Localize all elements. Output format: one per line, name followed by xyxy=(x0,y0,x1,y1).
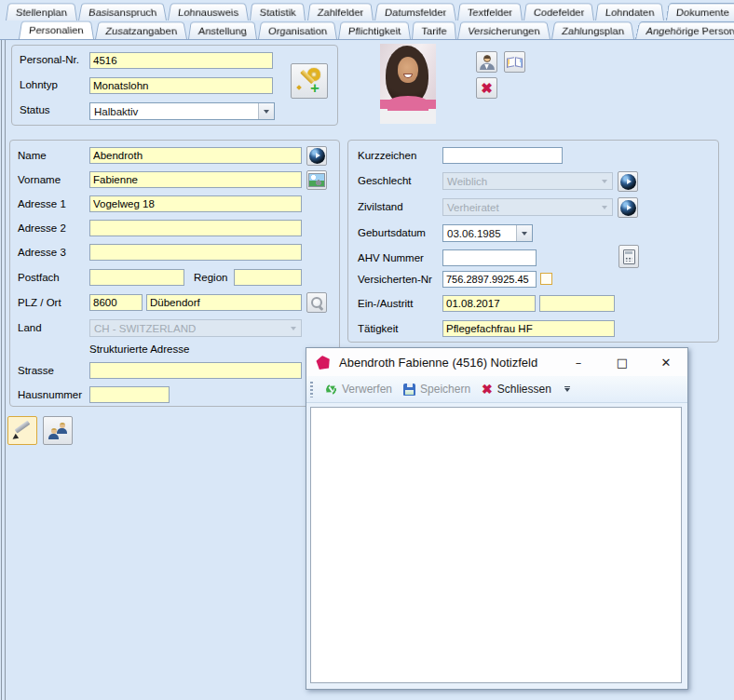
note-textarea[interactable] xyxy=(310,407,682,683)
adresse1-label: Adresse 1 xyxy=(18,198,66,209)
status-dropdown-button[interactable] xyxy=(258,103,274,119)
open-notes-button[interactable] xyxy=(504,51,525,73)
employees-button[interactable] xyxy=(43,416,73,445)
person-icon xyxy=(480,55,495,70)
photo-picker-button[interactable] xyxy=(306,170,327,190)
toolbar-grip[interactable] xyxy=(310,382,313,397)
region-field[interactable] xyxy=(234,269,302,286)
lohntyp-field[interactable] xyxy=(89,77,273,94)
taetigkeit-field[interactable] xyxy=(442,320,615,337)
chevron-down-icon xyxy=(291,327,296,330)
personalien-page: StellenplanBasisanspruchLohnausweisStati… xyxy=(0,0,734,700)
versicherten-nr-field[interactable] xyxy=(442,271,537,288)
name-lookup-button[interactable] xyxy=(306,146,327,166)
geburtsdatum-dropdown-button[interactable] xyxy=(516,225,532,241)
strasse-field[interactable] xyxy=(89,362,302,379)
picture-icon xyxy=(308,173,325,187)
land-value: CH - SWITZERLAND xyxy=(90,323,285,334)
versicherten-checkbox[interactable] xyxy=(540,273,552,285)
tab-tarife[interactable]: Tarife xyxy=(412,21,456,39)
pencil-icon xyxy=(12,421,33,441)
tab-personalien[interactable]: Personalien xyxy=(19,21,94,39)
strasse-label: Strasse xyxy=(18,365,54,376)
edit-mode-button[interactable] xyxy=(7,416,37,445)
tab-lohndaten[interactable]: Lohndaten xyxy=(595,3,664,20)
adresse2-field[interactable] xyxy=(89,220,302,236)
tab-stellenplan[interactable]: Stellenplan xyxy=(6,3,77,20)
app-gem-icon xyxy=(315,354,332,370)
schliessen-label: Schliessen xyxy=(497,383,551,396)
minimize-button[interactable]: – xyxy=(568,353,589,371)
tab-zusatzangaben[interactable]: Zusatzangaben xyxy=(95,21,187,39)
schliessen-button[interactable]: ✖ Schliessen xyxy=(482,383,551,396)
left-splitter[interactable] xyxy=(1,40,2,700)
open-book-icon xyxy=(507,56,523,69)
tab-lohnausweis[interactable]: Lohnausweis xyxy=(168,3,249,20)
tab-textfelder[interactable]: Textfelder xyxy=(457,3,523,20)
plz-search-button[interactable] xyxy=(306,292,327,313)
chevron-down-icon xyxy=(522,232,527,236)
verwerfen-button[interactable]: Verwerfen xyxy=(324,383,392,396)
ahv-calculator-button[interactable] xyxy=(618,245,639,268)
tab-pflichtigkeit[interactable]: Pflichtigkeit xyxy=(338,21,411,39)
tab-dokumente[interactable]: Dokumente xyxy=(666,3,734,20)
toolbar-overflow-button[interactable] xyxy=(564,386,570,392)
close-button[interactable]: ✕ xyxy=(656,353,676,371)
notizfeld-window: Abendroth Fabienne (4516) Notizfeld – □ … xyxy=(306,347,688,690)
chevron-down-icon xyxy=(602,180,607,183)
geburtsdatum-datepicker[interactable]: 03.06.1985 xyxy=(442,224,533,242)
tab-datumsfelder[interactable]: Datumsfelder xyxy=(374,3,456,20)
magnifier-icon xyxy=(310,296,323,309)
adresse3-field[interactable] xyxy=(89,244,302,261)
detail-groupbox: Kurzzeichen Geschlecht Weiblich Zivilsta… xyxy=(347,140,719,343)
ahv-field[interactable] xyxy=(442,249,537,266)
zivilstand-label: Zivilstand xyxy=(358,201,403,212)
tab-versicherungen[interactable]: Versicherungen xyxy=(457,21,550,39)
austritt-field[interactable] xyxy=(539,295,615,312)
new-key-button[interactable]: + xyxy=(291,63,328,99)
land-label: Land xyxy=(18,322,42,333)
notizfeld-toolbar: Verwerfen Speichern ✖ Schliessen xyxy=(306,376,687,403)
geschlecht-lookup-button[interactable] xyxy=(618,171,638,192)
adresse3-label: Adresse 3 xyxy=(18,247,66,258)
hausnummer-field[interactable] xyxy=(89,386,170,403)
postfach-field[interactable] xyxy=(89,269,184,286)
tab-zahlfelder[interactable]: Zahlfelder xyxy=(307,3,374,20)
delete-photo-button[interactable]: ✖ xyxy=(476,77,497,99)
dark-orb-icon xyxy=(309,148,325,164)
geschlecht-value: Weiblich xyxy=(443,176,596,187)
maximize-button[interactable]: □ xyxy=(612,353,632,371)
vorname-label: Vorname xyxy=(18,174,61,185)
tab-statistik[interactable]: Statistik xyxy=(250,3,306,20)
tab-anstellung[interactable]: Anstellung xyxy=(188,21,257,39)
name-field[interactable] xyxy=(89,147,302,164)
status-combobox[interactable]: Halbaktiv xyxy=(89,102,275,120)
hausnummer-label: Hausnummer xyxy=(18,389,82,400)
name-label: Name xyxy=(18,150,47,161)
ort-field[interactable] xyxy=(146,294,302,311)
tab-basisanspruch[interactable]: Basisanspruch xyxy=(78,3,167,20)
kurzzeichen-field[interactable] xyxy=(442,147,563,164)
red-x-icon: ✖ xyxy=(482,383,493,396)
tab-organisation[interactable]: Organisation xyxy=(258,21,337,39)
region-label: Region xyxy=(194,272,227,283)
eintritt-field[interactable] xyxy=(442,295,536,312)
notizfeld-titlebar[interactable]: Abendroth Fabienne (4516) Notizfeld – □ … xyxy=(306,348,687,376)
personal-nr-field[interactable] xyxy=(89,52,273,69)
plz-field[interactable] xyxy=(89,294,143,311)
status-value: Halbaktiv xyxy=(90,106,258,117)
speichern-button[interactable]: Speichern xyxy=(403,383,470,396)
select-photo-button[interactable] xyxy=(476,51,497,73)
red-x-icon: ✖ xyxy=(481,81,493,95)
notizfeld-title: Abendroth Fabienne (4516) Notizfeld xyxy=(339,356,537,370)
vorname-field[interactable] xyxy=(89,171,302,188)
land-combobox: CH - SWITZERLAND xyxy=(89,319,302,337)
tab-codefelder[interactable]: Codefelder xyxy=(523,3,594,20)
tab-zahlungsplan[interactable]: Zahlungsplan xyxy=(551,21,634,39)
chevron-down-icon xyxy=(564,388,570,392)
adresse1-field[interactable] xyxy=(89,195,302,212)
zivilstand-lookup-button[interactable] xyxy=(618,197,638,218)
employee-photo xyxy=(380,44,436,124)
calculator-icon xyxy=(623,249,635,264)
tab-angehörige-person[interactable]: Angehörige Person xyxy=(635,21,734,39)
